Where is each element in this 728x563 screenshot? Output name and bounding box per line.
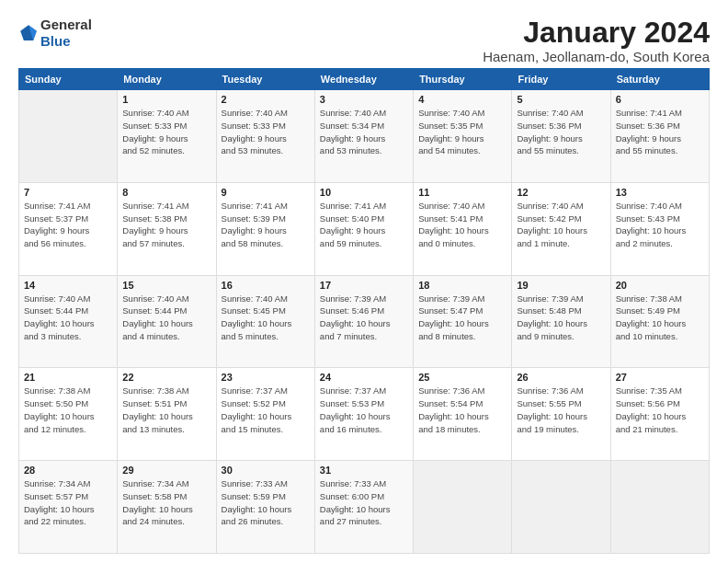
logo-icon — [18, 23, 39, 43]
week-row-0: 1Sunrise: 7:40 AM Sunset: 5:33 PM Daylig… — [19, 90, 710, 183]
subtitle: Haenam, Jeollanam-do, South Korea — [483, 49, 710, 64]
day-number: 1 — [122, 94, 210, 105]
calendar-cell: 30Sunrise: 7:33 AM Sunset: 5:59 PM Dayli… — [216, 461, 314, 554]
day-info: Sunrise: 7:36 AM Sunset: 5:55 PM Dayligh… — [517, 385, 605, 435]
week-row-4: 28Sunrise: 7:34 AM Sunset: 5:57 PM Dayli… — [19, 461, 710, 554]
day-info: Sunrise: 7:40 AM Sunset: 5:33 PM Dayligh… — [222, 107, 310, 157]
day-number: 25 — [418, 372, 506, 383]
day-info: Sunrise: 7:33 AM Sunset: 6:00 PM Dayligh… — [320, 477, 408, 528]
day-info: Sunrise: 7:39 AM Sunset: 5:48 PM Dayligh… — [517, 293, 605, 343]
day-info: Sunrise: 7:40 AM Sunset: 5:33 PM Dayligh… — [122, 107, 210, 157]
day-info: Sunrise: 7:41 AM Sunset: 5:36 PM Dayligh… — [616, 107, 704, 157]
header-saturday: Saturday — [610, 69, 709, 90]
day-number: 19 — [517, 280, 605, 291]
calendar-cell: 29Sunrise: 7:34 AM Sunset: 5:58 PM Dayli… — [118, 461, 216, 554]
week-row-1: 7Sunrise: 7:41 AM Sunset: 5:37 PM Daylig… — [19, 182, 710, 275]
day-number: 7 — [24, 187, 112, 198]
calendar-cell: 9Sunrise: 7:41 AM Sunset: 5:39 PM Daylig… — [216, 182, 314, 275]
day-info: Sunrise: 7:41 AM Sunset: 5:39 PM Dayligh… — [222, 200, 310, 250]
day-number: 12 — [517, 187, 605, 198]
calendar-cell — [512, 461, 610, 554]
day-number: 15 — [122, 280, 210, 291]
calendar-cell: 6Sunrise: 7:41 AM Sunset: 5:36 PM Daylig… — [610, 90, 709, 183]
calendar-cell: 21Sunrise: 7:38 AM Sunset: 5:50 PM Dayli… — [19, 368, 118, 461]
calendar-cell: 18Sunrise: 7:39 AM Sunset: 5:47 PM Dayli… — [414, 275, 512, 368]
page: General Blue January 2024 Haenam, Jeolla… — [0, 0, 728, 563]
day-number: 20 — [616, 280, 704, 291]
calendar-cell: 1Sunrise: 7:40 AM Sunset: 5:33 PM Daylig… — [118, 90, 216, 183]
day-info: Sunrise: 7:34 AM Sunset: 5:57 PM Dayligh… — [24, 477, 112, 528]
calendar-cell: 2Sunrise: 7:40 AM Sunset: 5:33 PM Daylig… — [216, 90, 314, 183]
calendar-cell: 3Sunrise: 7:40 AM Sunset: 5:34 PM Daylig… — [314, 90, 413, 183]
calendar-cell: 12Sunrise: 7:40 AM Sunset: 5:42 PM Dayli… — [512, 182, 610, 275]
day-info: Sunrise: 7:40 AM Sunset: 5:41 PM Dayligh… — [418, 200, 506, 250]
calendar-cell: 7Sunrise: 7:41 AM Sunset: 5:37 PM Daylig… — [19, 182, 118, 275]
day-info: Sunrise: 7:40 AM Sunset: 5:43 PM Dayligh… — [616, 200, 704, 250]
calendar-cell: 10Sunrise: 7:41 AM Sunset: 5:40 PM Dayli… — [314, 182, 413, 275]
day-number: 31 — [320, 465, 408, 476]
day-number: 22 — [122, 372, 210, 383]
day-info: Sunrise: 7:39 AM Sunset: 5:46 PM Dayligh… — [320, 293, 408, 343]
day-info: Sunrise: 7:40 AM Sunset: 5:35 PM Dayligh… — [418, 107, 506, 157]
logo-blue: Blue — [40, 33, 71, 49]
title-block: January 2024 Haenam, Jeollanam-do, South… — [483, 17, 710, 64]
calendar-body: 1Sunrise: 7:40 AM Sunset: 5:33 PM Daylig… — [19, 90, 710, 554]
header: General Blue January 2024 Haenam, Jeolla… — [18, 17, 710, 64]
logo-general: General — [40, 17, 92, 32]
day-number: 9 — [222, 187, 310, 198]
day-number: 30 — [222, 465, 310, 476]
day-number: 2 — [222, 94, 310, 105]
day-info: Sunrise: 7:40 AM Sunset: 5:45 PM Dayligh… — [222, 293, 310, 343]
day-info: Sunrise: 7:39 AM Sunset: 5:47 PM Dayligh… — [418, 293, 506, 343]
calendar-cell: 4Sunrise: 7:40 AM Sunset: 5:35 PM Daylig… — [414, 90, 512, 183]
header-sunday: Sunday — [19, 69, 118, 90]
calendar-cell: 5Sunrise: 7:40 AM Sunset: 5:36 PM Daylig… — [512, 90, 610, 183]
calendar-cell: 23Sunrise: 7:37 AM Sunset: 5:52 PM Dayli… — [216, 368, 314, 461]
header-wednesday: Wednesday — [314, 69, 413, 90]
calendar-cell: 31Sunrise: 7:33 AM Sunset: 6:00 PM Dayli… — [314, 461, 413, 554]
day-info: Sunrise: 7:38 AM Sunset: 5:49 PM Dayligh… — [616, 293, 704, 343]
day-number: 5 — [517, 94, 605, 105]
day-info: Sunrise: 7:33 AM Sunset: 5:59 PM Dayligh… — [222, 477, 310, 528]
day-number: 17 — [320, 280, 408, 291]
calendar-cell: 8Sunrise: 7:41 AM Sunset: 5:38 PM Daylig… — [118, 182, 216, 275]
day-number: 26 — [517, 372, 605, 383]
calendar-cell: 25Sunrise: 7:36 AM Sunset: 5:54 PM Dayli… — [414, 368, 512, 461]
calendar-cell: 20Sunrise: 7:38 AM Sunset: 5:49 PM Dayli… — [610, 275, 709, 368]
calendar-cell — [19, 90, 118, 183]
calendar-cell — [414, 461, 512, 554]
day-number: 21 — [24, 372, 112, 383]
day-number: 13 — [616, 187, 704, 198]
calendar-cell: 13Sunrise: 7:40 AM Sunset: 5:43 PM Dayli… — [610, 182, 709, 275]
week-row-2: 14Sunrise: 7:40 AM Sunset: 5:44 PM Dayli… — [19, 275, 710, 368]
day-number: 10 — [320, 187, 408, 198]
day-number: 6 — [616, 94, 704, 105]
day-info: Sunrise: 7:40 AM Sunset: 5:36 PM Dayligh… — [517, 107, 605, 157]
day-number: 11 — [418, 187, 506, 198]
calendar-cell: 26Sunrise: 7:36 AM Sunset: 5:55 PM Dayli… — [512, 368, 610, 461]
day-info: Sunrise: 7:40 AM Sunset: 5:42 PM Dayligh… — [517, 200, 605, 250]
calendar-cell — [610, 461, 709, 554]
day-number: 3 — [320, 94, 408, 105]
day-info: Sunrise: 7:41 AM Sunset: 5:38 PM Dayligh… — [122, 200, 210, 250]
day-number: 18 — [418, 280, 506, 291]
calendar-cell: 11Sunrise: 7:40 AM Sunset: 5:41 PM Dayli… — [414, 182, 512, 275]
day-number: 28 — [24, 465, 112, 476]
day-number: 8 — [122, 187, 210, 198]
main-title: January 2024 — [483, 17, 710, 49]
calendar-cell: 27Sunrise: 7:35 AM Sunset: 5:56 PM Dayli… — [610, 368, 709, 461]
day-info: Sunrise: 7:41 AM Sunset: 5:40 PM Dayligh… — [320, 200, 408, 250]
day-info: Sunrise: 7:40 AM Sunset: 5:44 PM Dayligh… — [24, 293, 112, 343]
day-info: Sunrise: 7:38 AM Sunset: 5:50 PM Dayligh… — [24, 385, 112, 435]
day-info: Sunrise: 7:37 AM Sunset: 5:53 PM Dayligh… — [320, 385, 408, 435]
day-number: 29 — [122, 465, 210, 476]
calendar-cell: 28Sunrise: 7:34 AM Sunset: 5:57 PM Dayli… — [19, 461, 118, 554]
day-info: Sunrise: 7:34 AM Sunset: 5:58 PM Dayligh… — [122, 477, 210, 528]
day-info: Sunrise: 7:35 AM Sunset: 5:56 PM Dayligh… — [616, 385, 704, 435]
day-info: Sunrise: 7:40 AM Sunset: 5:34 PM Dayligh… — [320, 107, 408, 157]
day-number: 24 — [320, 372, 408, 383]
day-info: Sunrise: 7:40 AM Sunset: 5:44 PM Dayligh… — [122, 293, 210, 343]
calendar-header: SundayMondayTuesdayWednesdayThursdayFrid… — [19, 69, 710, 90]
day-info: Sunrise: 7:38 AM Sunset: 5:51 PM Dayligh… — [122, 385, 210, 435]
header-thursday: Thursday — [414, 69, 512, 90]
